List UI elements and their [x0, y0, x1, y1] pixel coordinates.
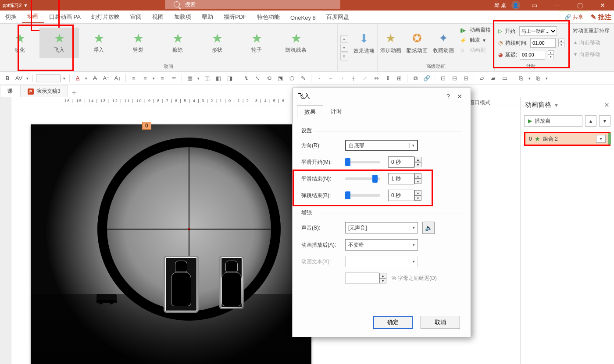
- ok-button[interactable]: 确定: [373, 316, 413, 329]
- smooth-end-slider[interactable]: [345, 177, 380, 180]
- ribbon-tab-视图[interactable]: 视图: [147, 11, 169, 23]
- tool-a[interactable]: ↯: [241, 74, 251, 83]
- animation-形状[interactable]: ★形状: [197, 28, 237, 58]
- animation-number-tag[interactable]: 0: [142, 122, 151, 130]
- copy-slide-button[interactable]: ⎘: [516, 74, 526, 83]
- bring-front-button[interactable]: ▱: [477, 74, 487, 83]
- bold-button[interactable]: B: [3, 74, 12, 83]
- shape3-button[interactable]: ◨: [225, 74, 235, 83]
- selection-pane-button[interactable]: ▭: [500, 74, 510, 83]
- shape2-button[interactable]: ◧: [214, 74, 223, 83]
- close-icon[interactable]: ✕: [594, 0, 611, 10]
- smooth-start-spin[interactable]: ▴▾: [414, 157, 421, 167]
- ribbon-tab-口袋动画 PA[interactable]: 口袋动画 PA: [44, 11, 86, 23]
- bounce-end-slider[interactable]: [345, 194, 380, 197]
- clear-format-button[interactable]: A̶: [90, 74, 100, 83]
- grid-button[interactable]: ▦: [185, 74, 195, 83]
- trigger-button[interactable]: ⚡触发 ▾: [460, 36, 491, 44]
- send-back-button[interactable]: ▰: [489, 74, 498, 83]
- sound-preview-button[interactable]: 🔈: [422, 222, 435, 234]
- pentagon-icon[interactable]: ⬠: [287, 74, 296, 83]
- regroup-button[interactable]: ⊞: [461, 74, 471, 83]
- animation-pane-button[interactable]: ▮▸动画窗格: [460, 26, 491, 34]
- font-color-button[interactable]: A: [73, 74, 82, 83]
- play-from-button[interactable]: ▶播放自: [524, 115, 582, 127]
- decrease-font-button[interactable]: A↓: [113, 74, 122, 83]
- favorite-animation-button[interactable]: ✦收藏动画: [430, 24, 457, 62]
- move-down-button[interactable]: ▼: [599, 115, 610, 127]
- gallery-scroll[interactable]: ▴▾≡: [338, 24, 351, 71]
- effect-options-button[interactable]: ⬇效果选项: [351, 24, 377, 63]
- smooth-start-slider[interactable]: [345, 161, 380, 163]
- smooth-start-value[interactable]: 0 秒: [388, 156, 414, 168]
- align-tool1[interactable]: ⫞: [314, 74, 324, 83]
- ribbon-tab-特色功能[interactable]: 特色功能: [252, 11, 285, 23]
- start-select[interactable]: 与上一动画...: [519, 26, 557, 36]
- misc1-button[interactable]: ⊞: [394, 74, 404, 83]
- ribbon-tab-动画[interactable]: 动画: [22, 10, 44, 23]
- tab-timing[interactable]: 计时: [323, 105, 350, 118]
- ribbon-tab-福昕PDF[interactable]: 福昕PDF: [218, 11, 252, 23]
- ribbon-tab-审阅[interactable]: 审阅: [125, 11, 147, 23]
- doc-dropdown-icon[interactable]: ▼: [23, 3, 28, 8]
- delay-input[interactable]: [520, 50, 545, 60]
- ribbon-tab-OneKey 8[interactable]: OneKey 8: [285, 12, 321, 23]
- ribbon-display-icon[interactable]: ▭: [525, 0, 543, 10]
- animation-轮子[interactable]: ★轮子: [237, 28, 276, 58]
- paste-slide-button[interactable]: ⎗: [533, 74, 543, 83]
- item-menu-icon[interactable]: ▾: [596, 135, 606, 143]
- cool-animation-button[interactable]: ✪酷炫动画: [404, 24, 430, 62]
- ribbon-tab-帮助[interactable]: 帮助: [196, 11, 218, 23]
- duration-input[interactable]: [530, 38, 556, 48]
- delay-spin[interactable]: ▴▾: [548, 50, 554, 59]
- animation-浮入[interactable]: ★浮入: [79, 28, 118, 58]
- fill-color-picker[interactable]: [36, 74, 61, 82]
- justify-button[interactable]: ≣: [169, 74, 178, 83]
- sound-combo[interactable]: [无声音]▾: [345, 222, 418, 233]
- align-left-button[interactable]: ≡: [129, 74, 139, 83]
- smooth-end-spin[interactable]: ▴▾: [414, 173, 421, 184]
- tool-c[interactable]: ⟲: [264, 74, 274, 83]
- animation-劈裂[interactable]: ★劈裂: [118, 28, 158, 58]
- doc-tab-1[interactable]: 课: [0, 85, 20, 97]
- ungroup-button[interactable]: ⊟: [450, 74, 459, 83]
- minimize-icon[interactable]: —: [548, 0, 566, 10]
- direction-combo[interactable]: 自底部▾: [345, 140, 418, 151]
- animation-擦除[interactable]: ★擦除: [158, 28, 197, 58]
- align-tool4[interactable]: ⟊: [349, 74, 358, 83]
- tool-d[interactable]: ⬔: [275, 74, 285, 83]
- animation-随机线条[interactable]: ★随机线条: [276, 28, 316, 58]
- bounce-end-value[interactable]: 0 秒: [388, 190, 414, 201]
- new-tab-button[interactable]: +: [68, 89, 80, 97]
- ribbon-tab-加载项[interactable]: 加载项: [169, 11, 196, 23]
- shape1-button[interactable]: ◫: [202, 74, 212, 83]
- align-tool2[interactable]: ⫟: [326, 74, 336, 83]
- pane-options-icon[interactable]: ▼: [554, 102, 559, 108]
- align-tool5[interactable]: ⟋: [360, 74, 370, 83]
- cancel-button[interactable]: 取消: [421, 316, 460, 329]
- maximize-icon[interactable]: ▢: [571, 0, 589, 10]
- avatar[interactable]: 👤: [511, 1, 520, 10]
- add-animation-button[interactable]: ★添加动画: [378, 24, 404, 62]
- share-button[interactable]: 🔗 共享: [560, 11, 588, 23]
- smooth-end-value[interactable]: 1 秒: [388, 173, 414, 184]
- tab-effect[interactable]: 效果: [297, 105, 323, 118]
- dist-v-button[interactable]: ⇕: [383, 74, 393, 83]
- slide-thumbnail-pane[interactable]: [0, 97, 11, 364]
- bounce-end-spin[interactable]: ▴▾: [414, 190, 421, 201]
- dialog-close-icon[interactable]: ✕: [454, 93, 465, 100]
- search-box[interactable]: 搜索: [165, 0, 340, 9]
- char-spacing-button[interactable]: AV: [14, 74, 24, 83]
- doc-tab-2[interactable]: P演示文稿3: [20, 85, 68, 97]
- animation-item[interactable]: 0 ★ 组合 2 ▾: [524, 132, 610, 146]
- chain-icon[interactable]: ⧉: [411, 74, 420, 83]
- move-up-button[interactable]: ▲: [585, 115, 596, 127]
- animation-淡化[interactable]: ★淡化: [0, 28, 39, 58]
- align-center-button[interactable]: ≡: [140, 74, 150, 83]
- link-icon[interactable]: 🔗: [422, 74, 432, 83]
- align-right-button[interactable]: ≡: [157, 74, 167, 83]
- ribbon-tab-百度网盘[interactable]: 百度网盘: [321, 11, 354, 23]
- pane-close-icon[interactable]: ✕: [604, 101, 610, 109]
- ribbon-tab-切换[interactable]: 切换: [0, 11, 22, 23]
- animation-飞入[interactable]: ★飞入: [39, 28, 79, 58]
